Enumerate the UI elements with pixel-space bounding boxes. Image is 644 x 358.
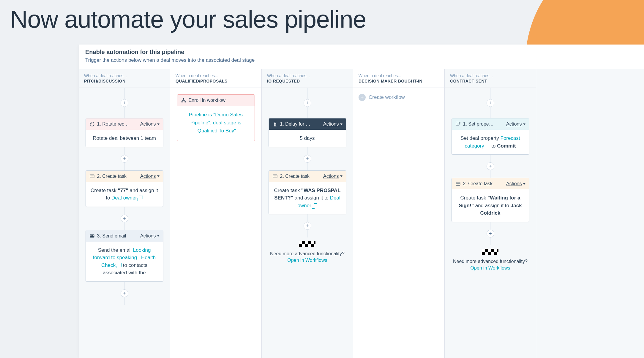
column-stage-name: PITCH/DISCUSSION <box>84 79 165 83</box>
add-step-button[interactable]: + <box>121 99 128 107</box>
connector-line <box>490 88 490 99</box>
column-pretitle: When a deal reaches... <box>176 73 256 78</box>
column-header: When a deal reaches... CONTRACT SENT <box>445 69 536 88</box>
finish-flag-icon <box>482 249 498 255</box>
enroll-label: Enroll in workflow <box>189 98 225 103</box>
caret-down-icon <box>157 235 160 237</box>
workflow-flow: + 1. Set prope… Actions Set deal propert… <box>445 88 536 271</box>
connector-line <box>490 222 490 230</box>
connector-line <box>490 155 490 162</box>
workflow-card-header: 2. Create task Actions <box>269 171 346 182</box>
connector-line <box>124 222 124 230</box>
workflow-card[interactable]: 1. Set prope… Actions Set deal property … <box>452 118 529 155</box>
column-header: When a deal reaches... DECISION MAKER BO… <box>353 69 444 88</box>
workflow-card-header: 1. Delay for … Actions <box>269 118 346 130</box>
add-step-button[interactable]: + <box>487 162 494 170</box>
open-in-workflows-link[interactable]: Open in Workflows <box>288 258 327 263</box>
workflow-card-body: Set deal property Forecast category to C… <box>452 130 529 154</box>
add-step-button[interactable]: + <box>304 99 311 107</box>
card-actions-dropdown[interactable]: Actions <box>140 121 159 127</box>
connector-line <box>490 237 490 245</box>
enroll-card-body: Pipeline is "Demo Sales Pipeline", deal … <box>177 106 255 141</box>
enroll-card-header: Enroll in workflow <box>177 95 255 106</box>
column-header: When a deal reaches... QUALIFIED/PROPOSA… <box>170 69 261 88</box>
pipeline-columns: When a deal reaches... PITCH/DISCUSSION … <box>79 69 644 358</box>
connector-line <box>124 147 124 155</box>
pipeline-column: When a deal reaches... DECISION MAKER BO… <box>353 69 445 358</box>
workflow-card-title: 2. Create task <box>97 174 127 179</box>
card-actions-dropdown[interactable]: Actions <box>506 181 525 186</box>
workflow-card-body: Send the email Looking forward to speaki… <box>86 242 163 281</box>
svg-point-4 <box>181 101 183 103</box>
workflow-card[interactable]: 2. Create task Actions Create task "Wait… <box>452 178 529 222</box>
connector-line <box>307 88 307 99</box>
create-workflow-button[interactable]: + Create workflow <box>353 88 444 107</box>
finish-message: Need more advanced functionality? <box>453 259 528 264</box>
add-step-button[interactable]: + <box>121 215 128 222</box>
open-in-workflows-link[interactable]: Open in Workflows <box>471 265 510 271</box>
workflow-card-title: 1. Delay for … <box>280 121 310 127</box>
panel-subheading: Trigger the actions below when a deal mo… <box>85 57 637 63</box>
workflow-flow: + 1. Delay for … Actions 5 days + 2. Cre… <box>262 88 353 263</box>
add-step-button[interactable]: + <box>487 99 494 107</box>
workflow-finish: Need more advanced functionality? Open i… <box>270 241 345 263</box>
add-step-button[interactable]: + <box>304 222 311 230</box>
caret-down-icon <box>523 123 525 125</box>
card-actions-dropdown[interactable]: Actions <box>323 121 342 127</box>
connector-line <box>307 107 307 118</box>
workflow-card-title: 1. Set prope… <box>463 121 494 127</box>
workflow-card-body: 5 days <box>269 130 346 147</box>
svg-rect-9 <box>456 182 460 186</box>
connector-line <box>124 282 124 289</box>
workflow-card-body: Create task "77" and assign it to Deal o… <box>86 182 163 207</box>
workflow-card[interactable]: 3. Send email Actions Send the email Loo… <box>86 230 163 282</box>
svg-point-5 <box>184 101 186 103</box>
panel-heading: Enable automation for this pipeline <box>85 49 637 56</box>
connector-line <box>124 163 124 170</box>
card-actions-dropdown[interactable]: Actions <box>140 233 159 239</box>
caret-down-icon <box>157 123 160 125</box>
workflow-card-header: 1. Rotate rec… Actions <box>86 118 163 130</box>
task-icon <box>272 174 278 179</box>
workflow-card-title: 3. Send email <box>97 233 126 239</box>
column-stage-name: CONTRACT SENT <box>450 79 531 83</box>
workflow-card-title: 2. Create task <box>280 174 310 179</box>
card-actions-dropdown[interactable]: Actions <box>506 121 525 127</box>
column-stage-name: IO REQUESTED <box>267 79 348 83</box>
column-header: When a deal reaches... PITCH/DISCUSSION <box>79 69 170 88</box>
caret-down-icon <box>523 183 525 185</box>
workflow-flow: + 1. Rotate rec… Actions Rotate deal bet… <box>79 88 170 305</box>
column-header: When a deal reaches... IO REQUESTED <box>262 69 353 88</box>
workflow-card[interactable]: 2. Create task Actions Create task "77" … <box>86 170 163 207</box>
connector-line <box>124 88 124 99</box>
add-step-button[interactable]: + <box>121 155 128 163</box>
svg-rect-8 <box>456 122 459 125</box>
mail-icon <box>89 233 95 239</box>
add-step-button[interactable]: + <box>304 155 311 163</box>
pipeline-column: When a deal reaches... QUALIFIED/PROPOSA… <box>170 69 262 358</box>
property-icon <box>455 121 461 127</box>
caret-down-icon <box>157 175 160 177</box>
svg-point-3 <box>183 98 184 100</box>
sitemap-icon <box>181 98 186 103</box>
card-actions-dropdown[interactable]: Actions <box>140 174 159 179</box>
workflow-card[interactable]: 1. Delay for … Actions 5 days <box>269 118 346 147</box>
caret-down-icon <box>340 123 342 125</box>
add-step-button[interactable]: + <box>121 289 128 297</box>
connector-line <box>124 297 124 305</box>
workflow-finish: Need more advanced functionality? Open i… <box>453 249 528 271</box>
enroll-trigger-card[interactable]: Enroll in workflow Pipeline is "Demo Sal… <box>177 94 255 141</box>
column-stage-name: DECISION MAKER BOUGHT-IN <box>359 79 439 83</box>
workflow-card[interactable]: 1. Rotate rec… Actions Rotate deal betwe… <box>86 118 163 147</box>
page-title: Now automate your sales pipeline <box>0 0 644 33</box>
workflow-card-header: 3. Send email Actions <box>86 230 163 242</box>
workflow-card[interactable]: 2. Create task Actions Create task "WAS … <box>269 170 346 215</box>
svg-rect-0 <box>90 175 94 178</box>
finish-message: Need more advanced functionality? <box>270 251 345 256</box>
card-actions-dropdown[interactable]: Actions <box>323 174 342 179</box>
add-step-button[interactable]: + <box>487 230 494 237</box>
column-stage-name: QUALIFIED/PROPOSALS <box>176 79 256 83</box>
column-pretitle: When a deal reaches... <box>84 73 165 78</box>
workflow-card-title: 2. Create task <box>463 181 493 186</box>
caret-down-icon <box>340 175 342 177</box>
